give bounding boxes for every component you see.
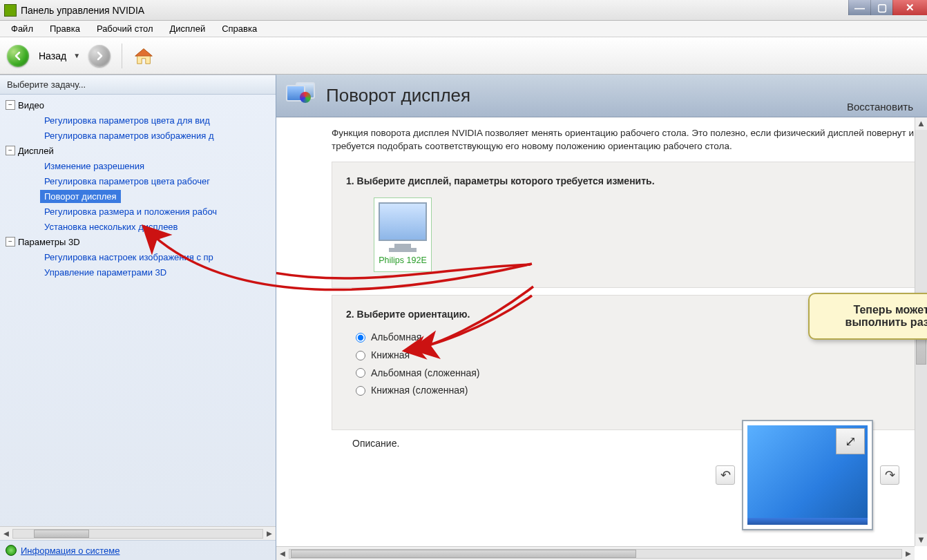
radio-input[interactable] <box>356 386 365 396</box>
tree-item[interactable]: Регулировка настроек изображения с пр <box>0 252 213 262</box>
rotate-cw-button[interactable]: ↷ <box>880 465 899 485</box>
menu-edit[interactable]: Правка <box>43 21 87 36</box>
tree-item[interactable]: Регулировка размера и положения рабоч <box>0 206 217 217</box>
orientation-radio-portrait[interactable]: Книжная <box>356 349 903 363</box>
tree-expander-icon[interactable]: − <box>6 237 15 247</box>
menu-help[interactable]: Справка <box>215 21 264 36</box>
toolbar: Назад ▼ <box>0 37 927 75</box>
close-button[interactable]: ✕ <box>892 0 927 15</box>
tree-expander-icon[interactable]: − <box>6 146 15 155</box>
page-header: Поворот дисплея Восстановить <box>276 75 927 117</box>
scroll-thumb[interactable] <box>291 550 636 558</box>
tree-item[interactable]: Регулировка параметров цвета рабочег <box>0 176 210 186</box>
content-hscrollbar[interactable]: ◄ ► <box>276 546 915 560</box>
radio-input[interactable] <box>356 368 365 378</box>
svg-marker-1 <box>135 48 152 55</box>
page-title: Поворот дисплея <box>326 85 837 106</box>
sidebar: Выберите задачу... − Видео Регулировка п… <box>0 75 276 560</box>
tree-item[interactable]: Изменение разрешения <box>0 161 144 171</box>
sidebar-header: Выберите задачу... <box>0 75 276 95</box>
tree-item[interactable]: Регулировка параметров изображения д <box>0 131 214 141</box>
system-info-link[interactable]: Информация о системе <box>21 545 120 556</box>
back-button[interactable] <box>7 45 29 67</box>
radio-input[interactable] <box>356 351 365 360</box>
orientation-radio-portrait-flipped[interactable]: Книжная (сложенная) <box>356 384 903 398</box>
tree-cat-3d[interactable]: Параметры 3D <box>18 237 80 247</box>
section-title: 1. Выберите дисплей, параметры которого … <box>346 175 903 189</box>
tree-cat-video[interactable]: Видео <box>18 100 44 110</box>
maximize-button[interactable]: ▢ <box>870 0 892 15</box>
monitor-icon <box>379 202 427 241</box>
menu-file[interactable]: Файл <box>4 21 40 36</box>
menu-display[interactable]: Дисплей <box>163 21 213 36</box>
radio-label: Альбомная <box>371 331 421 345</box>
window-title: Панель управления NVIDIA <box>21 5 144 16</box>
back-label: Назад <box>39 50 66 61</box>
tree-item[interactable]: Установка нескольких дисплеев <box>0 222 178 232</box>
callout-line2: выполнить разворот десплея! <box>821 316 927 329</box>
home-button[interactable] <box>133 46 154 66</box>
radio-label: Книжная <box>371 349 410 363</box>
menu-desktop[interactable]: Рабочий стол <box>90 21 160 36</box>
tree-cat-display[interactable]: Дисплей <box>18 146 54 156</box>
restore-link[interactable]: Восстановить <box>847 101 917 117</box>
system-info-row: Информация о системе <box>0 540 276 560</box>
tree-expander-icon[interactable]: − <box>6 100 15 110</box>
radio-label: Книжная (сложенная) <box>371 384 468 398</box>
scroll-left-icon[interactable]: ◄ <box>0 528 12 539</box>
scroll-track[interactable] <box>12 529 263 539</box>
scroll-right-icon[interactable]: ► <box>902 548 915 559</box>
scroll-right-icon[interactable]: ► <box>263 528 276 539</box>
sidebar-hscrollbar[interactable]: ◄ ► <box>0 526 276 540</box>
content-area: Поворот дисплея Восстановить Функция пов… <box>276 75 927 560</box>
annotation-callout: Теперь можете с легкостью выполнить разв… <box>808 293 927 340</box>
info-icon <box>6 545 17 556</box>
scroll-track[interactable] <box>289 549 902 559</box>
intro-text: Функция поворота дисплея NVIDIA позволяе… <box>332 127 917 153</box>
scroll-left-icon[interactable]: ◄ <box>276 548 289 559</box>
rotate-ccw-button[interactable]: ↶ <box>716 465 735 485</box>
preview-screen <box>747 425 868 525</box>
forward-button[interactable] <box>88 45 111 67</box>
display-rotation-icon <box>286 82 316 110</box>
radio-input[interactable] <box>356 333 365 342</box>
menu-bar: Файл Правка Рабочий стол Дисплей Справка <box>0 21 927 37</box>
orientation-radio-landscape-flipped[interactable]: Альбомная (сложенная) <box>356 367 903 380</box>
section-select-display: 1. Выберите дисплей, параметры которого … <box>332 162 917 288</box>
monitor-tile[interactable]: Philips 192E <box>374 197 432 272</box>
back-dropdown-icon[interactable]: ▼ <box>73 52 80 59</box>
nvidia-logo-icon <box>4 4 17 17</box>
scroll-thumb[interactable] <box>34 530 89 538</box>
toolbar-separator <box>122 44 122 68</box>
task-tree: − Видео Регулировка параметров цвета для… <box>0 95 276 526</box>
title-bar: Панель управления NVIDIA — ▢ ✕ <box>0 0 927 21</box>
scroll-up-icon[interactable]: ▲ <box>915 117 927 130</box>
rotate-icon <box>836 428 865 454</box>
minimize-button[interactable]: — <box>848 0 870 15</box>
tree-item-selected[interactable]: Поворот дисплея <box>40 190 121 203</box>
preview-monitor <box>742 420 873 530</box>
orientation-preview: ↶ ↷ <box>716 420 899 530</box>
tree-item[interactable]: Управление параметрами 3D <box>0 267 166 278</box>
monitor-name: Philips 192E <box>379 255 427 267</box>
callout-line1: Теперь можете с легкостью <box>821 304 927 316</box>
scroll-down-icon[interactable]: ▼ <box>915 534 927 546</box>
radio-label: Альбомная (сложенная) <box>371 367 479 380</box>
tree-item[interactable]: Регулировка параметров цвета для вид <box>0 115 210 126</box>
